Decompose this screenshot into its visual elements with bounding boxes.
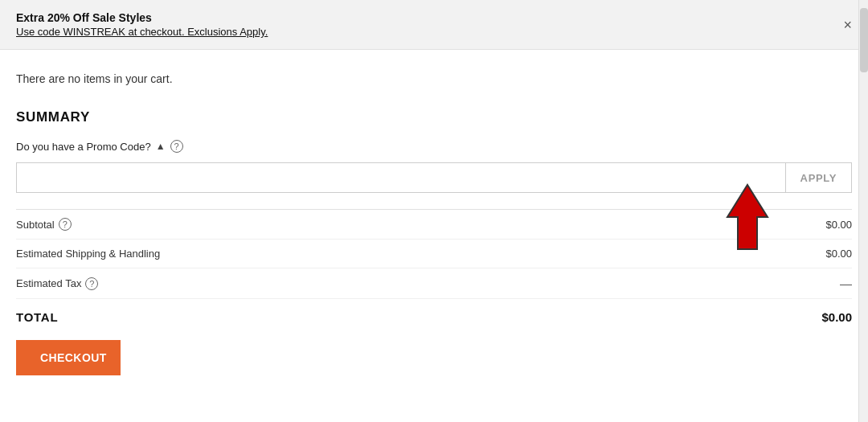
tax-label-group: Estimated Tax ? (16, 277, 98, 290)
tax-label: Estimated Tax (16, 277, 81, 289)
subtotal-help-icon[interactable]: ? (59, 218, 72, 231)
tax-value: — (840, 277, 852, 290)
summary-section: SUMMARY Do you have a Promo Code? ▲ ? AP… (0, 93, 868, 375)
empty-cart-message: There are no items in your cart. (0, 50, 868, 93)
shipping-label-group: Estimated Shipping & Handling (16, 248, 160, 260)
chevron-up-icon[interactable]: ▲ (156, 141, 166, 152)
banner-text: Extra 20% Off Sale Styles Use code WINST… (16, 11, 268, 38)
scrollbar[interactable] (858, 0, 868, 422)
close-button[interactable]: × (843, 18, 852, 32)
promo-row: Do you have a Promo Code? ▲ ? (16, 140, 852, 153)
subtotal-line: Subtotal ? $0.00 (16, 210, 852, 240)
subtotal-value: $0.00 (825, 219, 852, 231)
promo-label: Do you have a Promo Code? (16, 141, 151, 153)
shipping-label: Estimated Shipping & Handling (16, 248, 160, 260)
scrollbar-thumb[interactable] (860, 8, 868, 72)
checkout-button[interactable]: CHECKOUT (16, 340, 121, 375)
promo-input-row: APPLY (16, 162, 852, 193)
banner-title: Extra 20% Off Sale Styles (16, 11, 268, 24)
subtotal-label: Subtotal (16, 219, 55, 231)
total-line: TOTAL $0.00 (16, 299, 852, 332)
empty-cart-text: There are no items in your cart. (16, 72, 173, 85)
promo-banner: Extra 20% Off Sale Styles Use code WINST… (0, 0, 868, 50)
banner-subtitle: Use code WINSTREAK at checkout. Exclusio… (16, 26, 268, 38)
summary-title: SUMMARY (16, 109, 852, 125)
shipping-line: Estimated Shipping & Handling $0.00 (16, 240, 852, 268)
checkout-area: CHECKOUT (16, 332, 852, 375)
promo-help-icon[interactable]: ? (170, 140, 183, 153)
apply-button[interactable]: APPLY (785, 163, 851, 192)
tax-help-icon[interactable]: ? (85, 277, 98, 290)
shipping-value: $0.00 (825, 248, 852, 260)
promo-input[interactable] (17, 163, 785, 192)
total-label: TOTAL (16, 310, 58, 324)
tax-line: Estimated Tax ? — (16, 268, 852, 299)
subtotal-label-group: Subtotal ? (16, 218, 72, 231)
order-lines: Subtotal ? $0.00 Estimated Shipping & Ha… (16, 209, 852, 299)
total-value: $0.00 (821, 310, 852, 324)
